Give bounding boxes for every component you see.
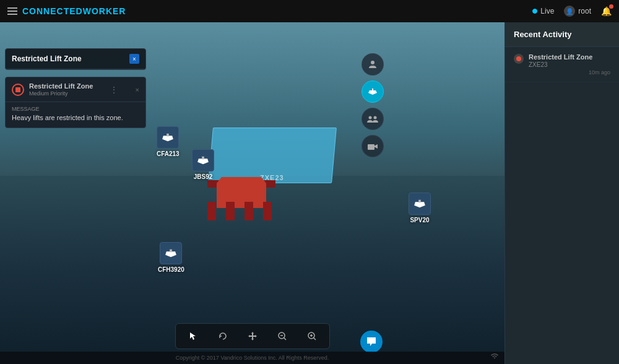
vessel-JBS92[interactable]: JBS92: [192, 149, 214, 180]
side-icon-panel: [361, 53, 384, 157]
panel-header: Restricted Lift Zone ×: [6, 49, 145, 69]
sidebar-header: Recent Activity: [505, 22, 619, 47]
live-label: Live: [540, 7, 554, 15]
chat-icon: [366, 337, 376, 347]
vessel-side-icon: [368, 88, 378, 95]
alert-icon-inner: [15, 87, 20, 92]
vessel-icon-CFA213: [157, 126, 179, 149]
camera-icon-button[interactable]: [361, 135, 384, 157]
zoom-in-icon: [307, 331, 317, 341]
user-icon: 👤: [564, 6, 575, 17]
activity-row-0: Restricted Lift Zone ZXE23: [514, 53, 610, 68]
top-navigation: CONNECTEDWORKER Live 👤 root 🔔: [0, 0, 619, 22]
activity-sub-0: ZXE23: [529, 61, 610, 68]
sidebar-title: Recent Activity: [514, 30, 610, 39]
rig-structure: [204, 171, 279, 220]
wifi-signal-icon: [490, 352, 500, 360]
rotate-icon: [218, 331, 228, 341]
alert-menu-button[interactable]: ⋮: [110, 85, 118, 95]
activity-time-0: 10m ago: [514, 69, 610, 76]
main-layout: ZXE23 CFH3920: [0, 22, 619, 364]
svg-line-15: [313, 338, 316, 340]
group-icon: [367, 115, 378, 123]
alert-panel: Restricted Lift Zone Medium Priority ⋮ ×…: [5, 77, 146, 128]
vessel-label-JBS92: JBS92: [194, 173, 213, 180]
user-menu[interactable]: 👤 root: [564, 6, 591, 17]
vessel-label-CFH3920: CFH3920: [158, 266, 184, 273]
move-icon: [248, 331, 258, 341]
notification-badge: [609, 4, 613, 9]
alert-message-section: Message Heavy lifts are restricted in th…: [6, 102, 145, 128]
cursor-tool[interactable]: [184, 327, 202, 345]
alert-priority: Medium Priority: [29, 90, 93, 97]
rotate-tool[interactable]: [214, 327, 232, 345]
zoom-in-tool[interactable]: [303, 327, 321, 345]
svg-rect-5: [372, 89, 373, 91]
nav-right: Live 👤 root 🔔: [532, 6, 612, 17]
alert-close-button[interactable]: ×: [136, 86, 139, 93]
alert-header: Restricted Lift Zone Medium Priority ⋮ ×: [6, 77, 145, 102]
bottom-toolbar: [175, 323, 330, 349]
live-button[interactable]: Live: [532, 7, 554, 15]
zoom-out-tool[interactable]: [274, 327, 291, 345]
group-icon-button[interactable]: [361, 108, 384, 130]
wifi-icon: [490, 352, 500, 362]
notification-bell[interactable]: 🔔: [601, 6, 612, 16]
activity-name-0: Restricted Lift Zone: [529, 53, 610, 61]
ship-icon: [196, 155, 210, 165]
activity-text-0: Restricted Lift Zone ZXE23: [529, 53, 610, 68]
rig-leg-3: [245, 202, 253, 220]
camera-icon: [368, 142, 378, 150]
floating-panel: Restricted Lift Zone ×: [5, 48, 146, 70]
vessel-icon-button[interactable]: [361, 80, 384, 103]
rig-leg-4: [263, 202, 272, 220]
person-icon-button[interactable]: [361, 53, 384, 76]
panel-close-button[interactable]: ×: [129, 54, 139, 64]
alert-left: Restricted Lift Zone Medium Priority: [12, 82, 93, 97]
rig-body: [217, 177, 266, 208]
svg-point-4: [371, 61, 374, 64]
vessel-icon-CFH3920: [160, 242, 182, 264]
vessel-icon-SPV20: [409, 193, 431, 215]
rig-leg-1: [207, 202, 216, 220]
svg-point-6: [369, 116, 372, 119]
cursor-icon: [189, 331, 197, 341]
alert-message-label: Message: [12, 106, 139, 112]
panel-title: Restricted Lift Zone: [12, 54, 82, 63]
user-label: root: [578, 7, 591, 15]
live-indicator: [532, 9, 537, 14]
nav-left: CONNECTEDWORKER: [7, 6, 126, 16]
3d-viewport[interactable]: ZXE23 CFH3920: [0, 22, 504, 364]
zoom-out-icon: [277, 331, 287, 341]
vessel-SPV20[interactable]: SPV20: [409, 193, 431, 223]
svg-rect-1: [202, 157, 204, 159]
ship-icon: [164, 248, 178, 258]
svg-point-7: [374, 116, 377, 119]
vessel-label-CFA213: CFA213: [157, 150, 180, 157]
alert-severity-icon: [12, 84, 24, 96]
vessel-CFH3920[interactable]: CFH3920: [158, 242, 184, 273]
activity-dot-inner-0: [516, 56, 521, 61]
vessel-icon-JBS92: [192, 149, 214, 171]
ship-icon: [413, 199, 426, 209]
vessel-CFA213[interactable]: CFA213: [157, 126, 180, 157]
alert-text: Restricted Lift Zone Medium Priority: [29, 82, 93, 97]
chat-fab-button[interactable]: [360, 331, 383, 353]
footer-text: Copyright © 2017 Vandrico Solutions Inc.…: [176, 355, 329, 361]
alert-title: Restricted Lift Zone: [29, 82, 93, 90]
svg-rect-3: [167, 134, 170, 136]
app-logo: CONNECTEDWORKER: [22, 6, 126, 16]
vessel-label-SPV20: SPV20: [410, 217, 429, 223]
svg-rect-8: [368, 144, 374, 150]
move-tool[interactable]: [244, 327, 261, 345]
activity-dot-0: [514, 54, 524, 64]
svg-rect-2: [418, 200, 421, 202]
svg-line-11: [284, 338, 286, 340]
footer: Copyright © 2017 Vandrico Solutions Inc.…: [0, 352, 504, 364]
ship-icon: [161, 132, 175, 142]
person-icon: [368, 59, 378, 69]
hamburger-menu[interactable]: [7, 7, 17, 15]
right-sidebar: Recent Activity Restricted Lift Zone ZXE…: [504, 22, 619, 364]
svg-rect-0: [170, 249, 173, 252]
activity-item-0[interactable]: Restricted Lift Zone ZXE23 10m ago: [505, 47, 619, 82]
